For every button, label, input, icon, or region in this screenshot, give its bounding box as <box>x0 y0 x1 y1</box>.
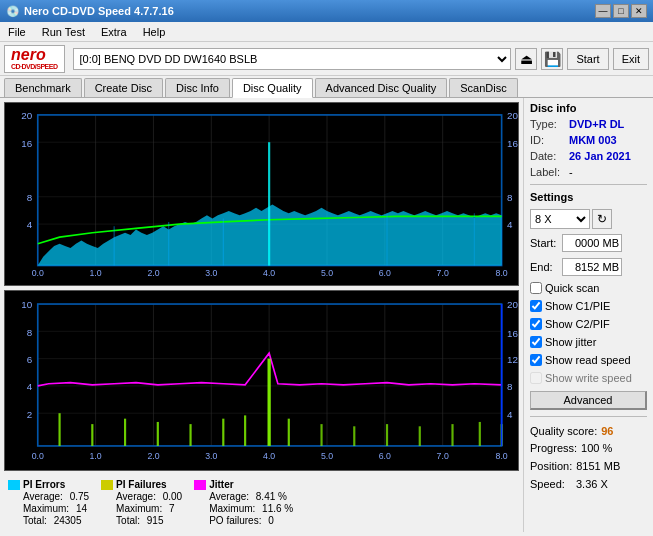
disc-id-value: MKM 003 <box>569 134 617 146</box>
legend-jitter-header: Jitter <box>194 479 293 490</box>
eject-icon[interactable]: ⏏ <box>515 48 537 70</box>
start-input-row: Start: <box>530 234 647 252</box>
pi-failures-avg: Average: 0.00 <box>101 491 182 502</box>
show-write-speed-checkbox[interactable] <box>530 372 542 384</box>
tabs: Benchmark Create Disc Disc Info Disc Qua… <box>0 76 653 98</box>
position-row: Position: 8151 MB <box>530 460 647 472</box>
menu-extra[interactable]: Extra <box>97 25 131 39</box>
menu-bar: File Run Test Extra Help <box>0 22 653 42</box>
bottom-chart: 10 8 6 4 2 20 16 12 8 4 0.0 1.0 2.0 3.0 … <box>4 290 519 471</box>
quality-score-value: 96 <box>601 425 613 437</box>
tab-disc-quality[interactable]: Disc Quality <box>232 78 313 98</box>
show-jitter-checkbox[interactable] <box>530 336 542 348</box>
disc-date-value: 26 Jan 2021 <box>569 150 631 162</box>
svg-text:20: 20 <box>507 300 518 311</box>
speed-select[interactable]: 8 X <box>530 209 590 229</box>
bottom-chart-svg: 10 8 6 4 2 20 16 12 8 4 0.0 1.0 2.0 3.0 … <box>5 291 518 470</box>
show-c1pie-checkbox[interactable] <box>530 300 542 312</box>
svg-text:20: 20 <box>507 110 518 121</box>
tab-scan-disc[interactable]: ScanDisc <box>449 78 517 97</box>
tab-benchmark[interactable]: Benchmark <box>4 78 82 97</box>
app-icon: 💿 <box>6 5 20 18</box>
tab-advanced-disc-quality[interactable]: Advanced Disc Quality <box>315 78 448 97</box>
svg-text:12: 12 <box>507 354 518 365</box>
svg-text:8: 8 <box>507 192 513 203</box>
jitter-avg: Average: 8.41 % <box>194 491 293 502</box>
minimize-button[interactable]: — <box>595 4 611 18</box>
svg-text:8: 8 <box>27 192 33 203</box>
show-c2pif-checkbox[interactable] <box>530 318 542 330</box>
legend-pi-errors-header: PI Errors <box>8 479 89 490</box>
disc-label-value: - <box>569 166 573 178</box>
show-c1pie-label: Show C1/PIE <box>545 300 610 312</box>
menu-help[interactable]: Help <box>139 25 170 39</box>
svg-text:16: 16 <box>21 138 32 149</box>
show-read-speed-checkbox[interactable] <box>530 354 542 366</box>
drive-select[interactable]: [0:0] BENQ DVD DD DW1640 BSLB <box>73 48 512 70</box>
nero-sub: CD·DVD/SPEED <box>11 63 58 70</box>
jitter-color <box>194 480 206 490</box>
quick-scan-label: Quick scan <box>545 282 599 294</box>
end-input[interactable] <box>562 258 622 276</box>
svg-text:10: 10 <box>21 300 32 311</box>
svg-text:8: 8 <box>507 381 513 392</box>
refresh-button[interactable]: ↻ <box>592 209 612 229</box>
svg-text:16: 16 <box>507 138 518 149</box>
main-content: 20 16 8 4 20 16 8 4 0.0 1.0 2.0 3.0 4.0 … <box>0 98 653 532</box>
speed-row: 8 X ↻ <box>530 209 647 229</box>
end-input-row: End: <box>530 258 647 276</box>
svg-text:4.0: 4.0 <box>263 268 275 278</box>
quick-scan-checkbox[interactable] <box>530 282 542 294</box>
advanced-button[interactable]: Advanced <box>530 391 647 410</box>
divider-2 <box>530 416 647 417</box>
pi-failures-label: PI Failures <box>116 479 167 490</box>
disc-label-row: Label: - <box>530 166 647 178</box>
progress-label: Progress: <box>530 442 577 454</box>
pi-errors-max: Maximum: 14 <box>8 503 89 514</box>
svg-text:5.0: 5.0 <box>321 451 333 461</box>
disc-id-label: ID: <box>530 134 565 146</box>
svg-text:3.0: 3.0 <box>205 451 217 461</box>
save-icon[interactable]: 💾 <box>541 48 563 70</box>
quick-scan-row: Quick scan <box>530 282 647 294</box>
menu-run-test[interactable]: Run Test <box>38 25 89 39</box>
quality-score-label: Quality score: <box>530 425 597 437</box>
top-chart-svg: 20 16 8 4 20 16 8 4 0.0 1.0 2.0 3.0 4.0 … <box>5 103 518 285</box>
disc-date-row: Date: 26 Jan 2021 <box>530 150 647 162</box>
tab-disc-info[interactable]: Disc Info <box>165 78 230 97</box>
disc-label-label: Label: <box>530 166 565 178</box>
show-jitter-row: Show jitter <box>530 336 647 348</box>
svg-text:4: 4 <box>507 219 513 230</box>
svg-text:4: 4 <box>507 409 513 420</box>
pi-failures-color <box>101 480 113 490</box>
svg-text:2.0: 2.0 <box>147 451 159 461</box>
svg-text:8.0: 8.0 <box>496 268 508 278</box>
exit-button[interactable]: Exit <box>613 48 649 70</box>
svg-text:8.0: 8.0 <box>496 451 508 461</box>
start-button[interactable]: Start <box>567 48 608 70</box>
chart-area: 20 16 8 4 20 16 8 4 0.0 1.0 2.0 3.0 4.0 … <box>0 98 523 532</box>
show-jitter-label: Show jitter <box>545 336 596 348</box>
svg-text:6.0: 6.0 <box>379 268 391 278</box>
maximize-button[interactable]: □ <box>613 4 629 18</box>
disc-info-title: Disc info <box>530 102 647 114</box>
menu-file[interactable]: File <box>4 25 30 39</box>
close-button[interactable]: ✕ <box>631 4 647 18</box>
show-c1pie-row: Show C1/PIE <box>530 300 647 312</box>
legend-pi-failures: PI Failures Average: 0.00 Maximum: 7 Tot… <box>101 479 182 526</box>
show-read-speed-label: Show read speed <box>545 354 631 366</box>
svg-text:1.0: 1.0 <box>90 268 102 278</box>
pi-failures-max: Maximum: 7 <box>101 503 182 514</box>
tab-create-disc[interactable]: Create Disc <box>84 78 163 97</box>
app-title: Nero CD-DVD Speed 4.7.7.16 <box>24 5 174 17</box>
toolbar: nero CD·DVD/SPEED [0:0] BENQ DVD DD DW16… <box>0 42 653 76</box>
disc-id-row: ID: MKM 003 <box>530 134 647 146</box>
start-input[interactable] <box>562 234 622 252</box>
show-write-speed-row: Show write speed <box>530 372 647 384</box>
legend-jitter: Jitter Average: 8.41 % Maximum: 11.6 % P… <box>194 479 293 526</box>
svg-text:5.0: 5.0 <box>321 268 333 278</box>
pi-errors-label: PI Errors <box>23 479 65 490</box>
svg-text:6: 6 <box>27 354 33 365</box>
quality-score-row: Quality score: 96 <box>530 425 647 437</box>
svg-text:0.0: 0.0 <box>32 451 44 461</box>
